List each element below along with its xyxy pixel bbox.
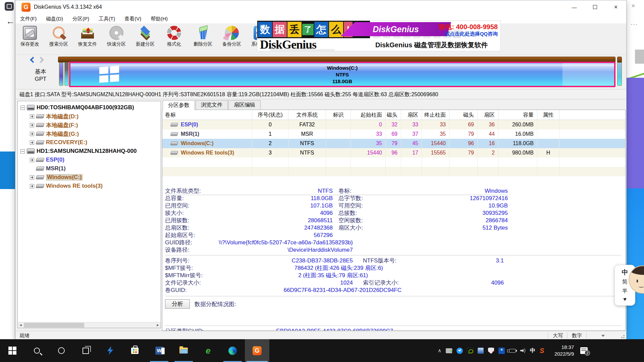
ime-halfwidth[interactable]: 半 <box>622 288 628 295</box>
col-index-status[interactable]: 序号(状态) <box>252 110 288 120</box>
scroll-right-icon[interactable]: ► <box>155 322 161 328</box>
nvidia-icon[interactable] <box>467 348 473 354</box>
background-more-icon[interactable]: ··· <box>631 21 638 28</box>
tree-item-disk-f[interactable]: 本地磁盘(F:) <box>18 121 161 129</box>
analyze-button[interactable]: 分析 <box>165 299 190 309</box>
col-end-head[interactable]: 磁头 <box>449 110 478 120</box>
tree-item-windows-c[interactable]: Windows(C:) <box>18 173 161 182</box>
new-partition-button[interactable]: 新建分区 <box>131 24 160 54</box>
table-row-windows-re[interactable]: Windows RE tools(3) 3NTFS 154409617 1556… <box>162 148 625 158</box>
next-disk-icon[interactable] <box>38 57 44 63</box>
sogou-icon[interactable]: S <box>540 347 544 355</box>
col-capacity[interactable]: 容量 <box>498 110 537 120</box>
tree-horizontal-scrollbar[interactable]: ◄ ► <box>18 322 161 328</box>
collapse-icon[interactable] <box>20 149 25 154</box>
menu-tools[interactable]: 工具(T) <box>94 14 120 24</box>
maximize-button[interactable] <box>585 0 605 14</box>
menu-partition[interactable]: 分区(P) <box>68 14 94 24</box>
tray-chevron-up-icon[interactable]: ∧ <box>438 348 441 354</box>
ime-simplified[interactable]: 简 <box>622 279 628 286</box>
expand-icon[interactable] <box>30 140 34 145</box>
power-plug-icon[interactable] <box>509 349 516 353</box>
expand-icon[interactable] <box>30 123 34 127</box>
col-start-cylinder[interactable]: 起始柱面 <box>351 110 386 120</box>
col-start-sector[interactable]: 扇区 <box>401 110 422 120</box>
tree-item-hd0[interactable]: HD0:TOSHIBAMQ04ABF100(932GB) <box>18 103 161 112</box>
ie-browser-button[interactable]: e <box>196 339 220 362</box>
prev-disk-icon[interactable] <box>30 57 36 63</box>
search-partition-button[interactable]: 搜索分区 <box>44 24 73 54</box>
intel-graphics-icon[interactable] <box>478 348 484 354</box>
menu-disk[interactable]: 磁盘(D) <box>41 14 68 24</box>
printer-check-icon[interactable] <box>446 348 452 353</box>
minimize-button[interactable]: — <box>564 0 585 14</box>
table-row-esp[interactable]: ESP(0) 0FAT32 03233 336936 260.0MB <box>162 120 625 129</box>
recover-files-button[interactable]: 恢复文件 <box>73 24 102 54</box>
expand-icon[interactable] <box>30 158 34 162</box>
tree-item-windows-re[interactable]: Windows RE tools(3) <box>18 182 161 190</box>
edge-browser-button[interactable] <box>220 339 245 362</box>
background-close-icon[interactable]: × <box>631 2 635 10</box>
save-changes-button[interactable]: 保存更改 <box>15 24 44 54</box>
tree-item-msr[interactable]: MSR(1) <box>18 164 161 173</box>
cortana-button[interactable] <box>49 339 73 362</box>
collapse-icon[interactable] <box>20 106 25 110</box>
tree-item-hd1[interactable]: HD1:SAMSUNGMZNLN128HAHQ-000 <box>18 147 161 156</box>
defender-icon[interactable]: × <box>488 348 494 354</box>
table-row-windows-c-selected[interactable]: Windows(C:) 2NTFS 357945 154409616 118.0… <box>162 139 625 148</box>
ad-banner[interactable]: 数 据 丢 了 怎 么 ! DiskGenius DiskGenius 致电: … <box>257 20 501 51</box>
snowflake-icon[interactable]: * <box>498 348 505 354</box>
tab-browse-files[interactable]: 浏览文件 <box>196 100 228 110</box>
col-filesystem[interactable]: 文件系统 <box>288 110 326 120</box>
tree-item-disk-g[interactable]: 本地磁盘(G:) <box>18 129 161 138</box>
expand-icon[interactable] <box>30 132 34 136</box>
task-view-button[interactable] <box>73 339 98 362</box>
menu-view[interactable]: 查看(V) <box>120 14 146 24</box>
table-row-msr[interactable]: MSR(1) 1MSR 336937 357944 16.0MB <box>162 129 625 139</box>
status-dropdown-icon[interactable] <box>601 335 605 339</box>
expand-icon[interactable] <box>30 114 34 119</box>
thunder-app-button[interactable] <box>98 339 122 362</box>
speaker-icon[interactable] <box>520 349 524 353</box>
back-arrow-icon[interactable]: ← <box>6 16 15 26</box>
store-app-button[interactable] <box>122 339 147 362</box>
ime-indicator[interactable]: 中 <box>530 347 535 354</box>
diskgenius-taskbar-button[interactable]: G <box>245 339 269 362</box>
col-end-sector[interactable]: 扇区 <box>478 110 498 120</box>
ad-qq-link[interactable]: 或点击此处选择QQ咨询 <box>445 31 498 37</box>
msr-partition-block[interactable] <box>64 62 69 86</box>
word-app-button[interactable]: W <box>147 339 171 362</box>
taskbar-search-button[interactable] <box>24 339 49 362</box>
expand-icon[interactable] <box>30 175 34 180</box>
windows-c-partition-block[interactable]: Windows(C:) NTFS 118.0GB <box>69 62 615 87</box>
scroll-left-icon[interactable]: ◄ <box>18 322 23 328</box>
start-button[interactable] <box>0 339 24 362</box>
ime-mode-zh[interactable]: 中 <box>622 268 628 277</box>
tab-sector-edit[interactable]: 扇区编辑 <box>228 100 261 110</box>
menu-help[interactable]: 帮助(H) <box>146 14 172 24</box>
heart-icon[interactable]: ♥ <box>623 296 627 302</box>
delete-partition-button[interactable]: 删除分区 <box>189 24 217 54</box>
backup-partition-button[interactable]: 备份分区 <box>217 24 246 54</box>
menu-file[interactable]: 文件(F) <box>15 14 41 24</box>
expand-icon[interactable] <box>30 184 34 188</box>
re-tools-partition-block[interactable] <box>617 62 622 86</box>
scrollbar-thumb[interactable] <box>24 323 84 327</box>
col-end-cylinder[interactable]: 终止柱面 <box>422 110 449 120</box>
taskbar-clock[interactable]: 18:372022/5/9 <box>548 344 574 358</box>
dingtalk-icon[interactable] <box>457 348 463 354</box>
format-button[interactable]: 格式化 <box>160 24 189 54</box>
col-flag[interactable]: 标识 <box>326 110 351 120</box>
tree-item-recovery-e[interactable]: RECOVERY(E:) <box>18 138 161 147</box>
close-button[interactable]: × <box>605 0 626 14</box>
tab-partition-params[interactable]: 分区参数 <box>163 100 195 110</box>
col-start-head[interactable]: 磁头 <box>386 110 401 120</box>
file-explorer-button[interactable] <box>171 339 196 362</box>
col-volume-label[interactable]: 卷标 <box>162 110 252 120</box>
tree-item-esp[interactable]: ESP(0) <box>18 156 161 164</box>
esp-partition-block[interactable] <box>59 62 63 86</box>
resize-grip[interactable] <box>621 335 625 339</box>
notification-icon[interactable]: 2 <box>580 347 588 354</box>
col-attributes[interactable]: 属性 <box>537 110 559 120</box>
tree-item-disk-d[interactable]: 本地磁盘(D:) <box>18 112 161 121</box>
